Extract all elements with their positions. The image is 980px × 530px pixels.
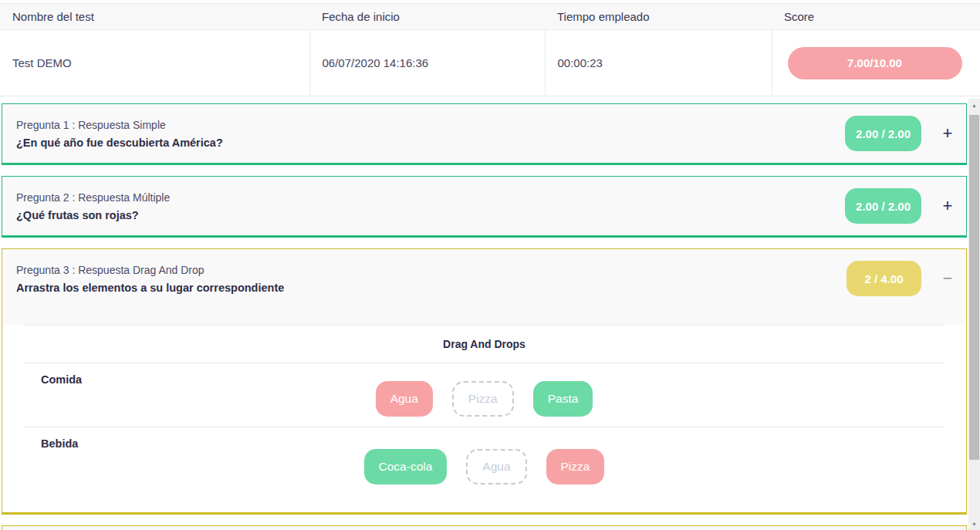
drag-chip-placeholder[interactable]: Pizza xyxy=(452,381,514,417)
test-name-cell: Test DEMO xyxy=(0,30,309,96)
question-card-3: Pregunta 3 : Respuesta Drag And Drop Arr… xyxy=(2,248,967,515)
questions-list: Pregunta 1 : Respuesta Simple ¿En qué añ… xyxy=(2,103,967,530)
question-2-text: ¿Qué frutas son rojas? xyxy=(16,209,845,221)
table-header-row: Nombre del test Fecha de inicio Tiempo e… xyxy=(0,4,980,30)
drag-chip[interactable]: Agua xyxy=(376,381,433,417)
column-header-test-name: Nombre del test xyxy=(0,4,309,30)
group-label: Bebida xyxy=(41,437,78,450)
time-spent-cell: 00:00:23 xyxy=(545,30,772,96)
score-cell: 7.00/10.00 xyxy=(772,30,980,96)
question-card-2: Pregunta 2 : Respuesta Múltiple ¿Qué fru… xyxy=(2,176,967,238)
chips-row: Agua Pizza Pasta xyxy=(24,381,945,417)
question-card-1: Pregunta 1 : Respuesta Simple ¿En qué añ… xyxy=(2,103,967,165)
question-2-header[interactable]: Pregunta 2 : Respuesta Múltiple ¿Qué fru… xyxy=(2,177,966,235)
question-card-4-partial xyxy=(2,525,967,530)
drag-chip[interactable]: Pasta xyxy=(533,381,593,417)
expand-icon[interactable]: + xyxy=(940,198,955,214)
question-3-header[interactable]: Pregunta 3 : Respuesta Drag And Drop Arr… xyxy=(2,249,966,308)
group-label: Comida xyxy=(41,373,82,386)
drag-chip[interactable]: Pizza xyxy=(546,449,605,484)
drag-chip[interactable]: Coca-cola xyxy=(364,449,448,484)
table-row: Test DEMO 06/07/2020 14:16:36 00:00:23 7… xyxy=(0,30,980,96)
expand-icon[interactable]: + xyxy=(940,126,955,141)
drag-drop-group-bebida: Bebida Coca-cola Agua Pizza xyxy=(24,427,945,497)
question-2-titles: Pregunta 2 : Respuesta Múltiple ¿Qué fru… xyxy=(16,191,845,221)
chips-row: Coca-cola Agua Pizza xyxy=(24,449,945,484)
column-header-score: Score xyxy=(772,4,980,30)
question-1-type: Pregunta 1 : Respuesta Simple xyxy=(16,119,845,131)
results-table: Nombre del test Fecha de inicio Tiempo e… xyxy=(0,3,980,96)
question-2-type: Pregunta 2 : Respuesta Múltiple xyxy=(16,191,845,204)
collapse-icon[interactable]: − xyxy=(940,271,955,286)
vertical-scrollbar[interactable]: ▲ ▼ xyxy=(968,99,980,530)
total-score-badge: 7.00/10.00 xyxy=(788,47,962,79)
question-1-header[interactable]: Pregunta 1 : Respuesta Simple ¿En qué añ… xyxy=(2,104,966,163)
start-date-cell: 06/07/2020 14:16:36 xyxy=(309,30,545,96)
scroll-up-button[interactable]: ▲ xyxy=(968,99,980,111)
drag-drop-panel: Drag And Drops Comida Agua Pizza Pasta B… xyxy=(2,325,966,512)
question-3-type: Pregunta 3 : Respuesta Drag And Drop xyxy=(16,264,847,276)
column-header-start-date: Fecha de inicio xyxy=(309,4,545,30)
scrollbar-thumb[interactable] xyxy=(969,115,979,460)
question-1-titles: Pregunta 1 : Respuesta Simple ¿En qué añ… xyxy=(16,119,845,149)
question-3-titles: Pregunta 3 : Respuesta Drag And Drop Arr… xyxy=(16,264,847,294)
drag-drop-group-comida: Comida Agua Pizza Pasta xyxy=(24,363,945,427)
question-2-score-badge: 2.00 / 2.00 xyxy=(845,188,921,224)
question-1-score-badge: 2.00 / 2.00 xyxy=(845,116,921,151)
column-header-time-spent: Tiempo empleado xyxy=(545,4,772,30)
drag-chip-placeholder[interactable]: Agua xyxy=(466,449,526,484)
drag-drop-title: Drag And Drops xyxy=(24,325,945,363)
question-3-score-badge: 2 / 4.00 xyxy=(847,261,921,296)
question-4-header[interactable] xyxy=(2,526,966,530)
question-1-text: ¿En qué año fue descubierta América? xyxy=(16,137,845,149)
question-3-text: Arrastra los elementos a su lugar corres… xyxy=(16,282,847,294)
scroll-down-button[interactable]: ▼ xyxy=(968,518,980,530)
